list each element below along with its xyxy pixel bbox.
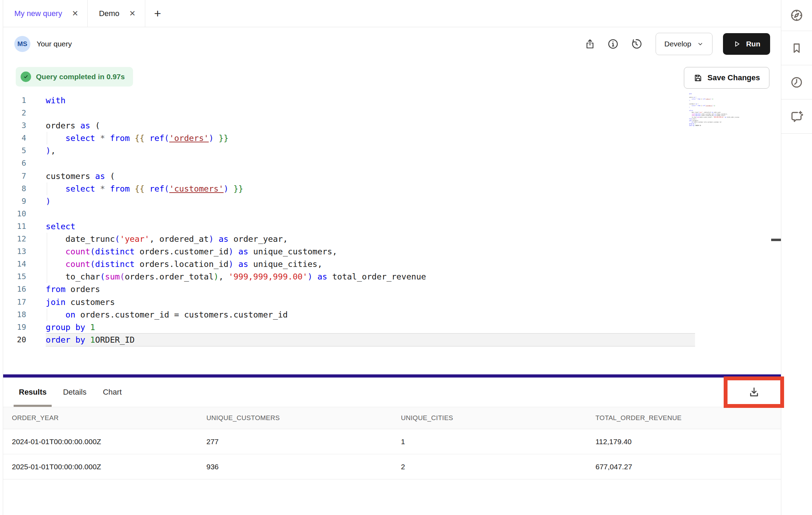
status-text: Query completed in 0.97s: [36, 73, 125, 81]
tab-demo[interactable]: Demo ✕: [88, 0, 145, 27]
code-line[interactable]: order by 1ORDER_ID: [46, 334, 695, 346]
table-cell: 2: [392, 463, 587, 471]
tab-label: Demo: [99, 9, 119, 18]
code-line[interactable]: [46, 208, 695, 220]
tab-chart[interactable]: Chart: [103, 378, 122, 407]
chevron-down-icon: [697, 40, 704, 47]
table-cell: 2025-01-01T00:00:00.000Z: [3, 463, 198, 471]
line-number: 20: [3, 334, 26, 346]
new-tab-button[interactable]: +: [145, 0, 170, 27]
tab-results[interactable]: Results: [19, 378, 46, 407]
line-number: 10: [3, 208, 26, 220]
download-icon: [748, 386, 760, 398]
query-toolbar: MS Your query Develop Run: [3, 27, 781, 61]
run-button[interactable]: Run: [723, 33, 770, 55]
line-number: 3: [3, 119, 26, 132]
develop-button[interactable]: Develop: [656, 33, 713, 55]
table-row: 2024-01-01T00:00:00.000Z2771112,179.40: [3, 429, 781, 454]
results-table: ORDER_YEARUNIQUE_CUSTOMERSUNIQUE_CITIEST…: [3, 407, 781, 479]
code-editor[interactable]: Query completed in 0.97s Save Changes 12…: [3, 60, 781, 374]
table-row: 2025-01-01T00:00:00.000Z9362677,047.27: [3, 454, 781, 479]
table-body: 2024-01-01T00:00:00.000Z2771112,179.4020…: [3, 429, 781, 479]
close-icon[interactable]: ✕: [129, 10, 135, 17]
sidebar-item-bookmarks[interactable]: [781, 31, 812, 65]
info-icon[interactable]: [607, 38, 619, 50]
save-icon: [693, 73, 703, 83]
code-line[interactable]: to_char(sum(orders.order_total), '999,99…: [46, 270, 695, 283]
code-lines[interactable]: withorders as ( select * from {{ ref('or…: [46, 94, 695, 346]
code-line[interactable]: with: [46, 94, 695, 107]
line-number: 11: [3, 220, 26, 233]
tab-details[interactable]: Details: [63, 378, 86, 407]
line-number: 17: [3, 296, 26, 308]
code-line[interactable]: order by 1ORDER_ID: [689, 125, 775, 127]
share-icon[interactable]: [584, 38, 596, 50]
minimap[interactable]: withorders as ( select * from {{ ref('or…: [689, 93, 776, 132]
close-icon[interactable]: ✕: [72, 10, 78, 17]
editor-tab-bar: My new query ✕ Demo ✕ +: [3, 0, 781, 27]
panel-divider[interactable]: [3, 374, 781, 378]
code-line[interactable]: [46, 157, 695, 170]
page-title: Your query: [37, 40, 72, 48]
line-number: 1: [3, 94, 26, 107]
line-number: 2: [3, 107, 26, 119]
run-label: Run: [746, 40, 760, 48]
code-line[interactable]: ): [46, 195, 695, 208]
sidebar-spacer: [781, 134, 812, 515]
code-line[interactable]: ),: [46, 144, 695, 157]
code-line[interactable]: customers as (: [46, 170, 695, 182]
sidebar-item-history[interactable]: [781, 65, 812, 99]
table-cell: 112,179.40: [587, 438, 781, 446]
column-header: UNIQUE_CUSTOMERS: [198, 414, 392, 422]
history-icon[interactable]: [630, 38, 642, 50]
tab-my-new-query[interactable]: My new query ✕: [3, 0, 88, 27]
line-number: 14: [3, 258, 26, 270]
column-header: UNIQUE_CITIES: [392, 414, 587, 422]
code-line[interactable]: select * from {{ ref('customers') }}: [46, 182, 695, 195]
save-label: Save Changes: [708, 73, 760, 82]
sidebar: [781, 0, 812, 515]
avatar: MS: [14, 36, 30, 52]
results-tab-bar: ResultsDetailsChart: [3, 378, 781, 407]
annotation-box: [724, 376, 784, 408]
line-number: 4: [3, 132, 26, 144]
code-line[interactable]: count(distinct orders.customer_id) as un…: [46, 245, 695, 258]
code-line[interactable]: orders as (: [46, 119, 695, 132]
sidebar-item-assistant[interactable]: [781, 99, 812, 134]
line-number: 13: [3, 245, 26, 258]
bookmark-icon: [790, 42, 803, 55]
results-panel: ResultsDetailsChart ORDER_YEARUNIQUE_CUS…: [3, 378, 781, 515]
plus-icon: +: [154, 7, 161, 20]
check-icon: [21, 72, 31, 82]
gutter: 1234567891011121314151617181920: [3, 94, 26, 346]
code-line[interactable]: on orders.customer_id = customers.custom…: [46, 308, 695, 321]
line-number: 5: [3, 144, 26, 157]
sidebar-item-explore[interactable]: [781, 0, 812, 31]
code-line[interactable]: join customers: [46, 296, 695, 308]
main-content: My new query ✕ Demo ✕ + MS Your query: [3, 0, 781, 515]
table-cell: 936: [198, 463, 392, 471]
code-line[interactable]: count(distinct orders.location_id) as un…: [46, 258, 695, 270]
code-line[interactable]: from orders: [46, 283, 695, 296]
code-line[interactable]: date_trunc('year', ordered_at) as order_…: [46, 233, 695, 245]
app-window: My new query ✕ Demo ✕ + MS Your query: [0, 0, 812, 515]
code-line[interactable]: group by 1: [46, 321, 695, 334]
line-number: 12: [3, 233, 26, 245]
code-line[interactable]: select * from {{ ref('orders') }}: [46, 132, 695, 144]
status-badge: Query completed in 0.97s: [16, 67, 133, 87]
assistant-icon: [790, 110, 804, 124]
play-icon: [733, 40, 741, 48]
save-changes-button[interactable]: Save Changes: [684, 67, 769, 89]
table-cell: 1: [392, 438, 587, 446]
line-number: 8: [3, 182, 26, 195]
table-header-row: ORDER_YEARUNIQUE_CUSTOMERSUNIQUE_CITIEST…: [3, 407, 781, 429]
code-line[interactable]: [46, 107, 695, 119]
clock-icon: [790, 76, 803, 89]
download-button[interactable]: [728, 380, 780, 404]
table-cell: 2024-01-01T00:00:00.000Z: [3, 438, 198, 446]
table-cell: 677,047.27: [587, 463, 781, 471]
develop-label: Develop: [664, 40, 691, 48]
code-line[interactable]: select: [46, 220, 695, 233]
line-number: 6: [3, 157, 26, 170]
column-header: TOTAL_ORDER_REVENUE: [587, 414, 781, 422]
